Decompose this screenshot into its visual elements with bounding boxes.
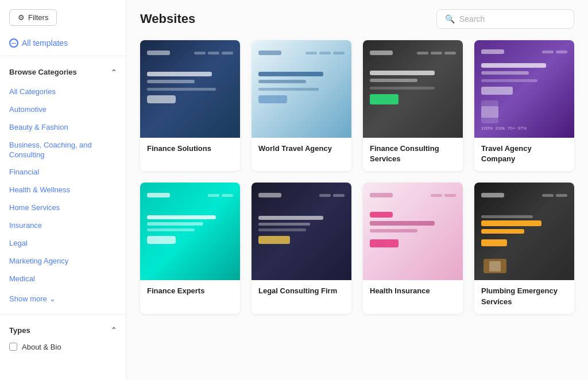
category-item-medical[interactable]: Medical [0, 270, 126, 288]
template-info-5: Finance Experts [140, 280, 240, 303]
all-templates-link[interactable]: All templates [0, 35, 126, 56]
template-info-4: Travel Agency Company [474, 138, 574, 171]
template-info-7: Health Insurance [363, 280, 463, 303]
category-item-insurance[interactable]: Insurance [0, 217, 126, 235]
template-name-6: Legal Consulting Firm [258, 286, 345, 296]
browse-categories-header[interactable]: Browse Categories ⌃ [0, 63, 126, 81]
template-card-finance-experts[interactable]: Finance Experts [140, 183, 240, 313]
template-thumb-4: 100%200k70+97% [474, 40, 574, 138]
category-item-legal[interactable]: Legal [0, 235, 126, 253]
template-card-health-insurance[interactable]: Health Insurance [363, 183, 463, 313]
template-card-world-travel[interactable]: World Travel Agency [252, 40, 351, 171]
template-card-plumbing[interactable]: Plumbing Emergency Services [474, 183, 574, 313]
template-thumb-8 [474, 183, 574, 280]
template-thumb-6 [252, 183, 351, 280]
template-name-7: Health Insurance [370, 286, 456, 296]
browse-categories-label: Browse Categories [9, 68, 77, 76]
category-item-beauty[interactable]: Beauty & Fashion [0, 119, 126, 137]
template-info-3: Finance Consulting Services [363, 138, 463, 171]
template-name-4: Travel Agency Company [481, 144, 567, 164]
category-item-business[interactable]: Business, Coaching, and Consulting [0, 137, 126, 164]
template-name-1: Finance Solutions [147, 144, 233, 154]
template-card-legal-consulting[interactable]: Legal Consulting Firm [252, 183, 351, 313]
template-card-finance-consulting[interactable]: Finance Consulting Services [363, 40, 463, 171]
template-thumb-1 [140, 40, 240, 138]
template-info-2: World Travel Agency [252, 138, 351, 161]
main-header: Websites 🔍 [140, 9, 574, 29]
search-icon: 🔍 [445, 14, 455, 24]
types-header[interactable]: Types ⌃ [0, 321, 126, 339]
show-more-button[interactable]: Show more ⌄ [0, 290, 126, 307]
template-thumb-5 [140, 183, 240, 280]
template-info-6: Legal Consulting Firm [252, 280, 351, 303]
page-title: Websites [140, 11, 195, 26]
template-grid: Finance Solutions [140, 40, 574, 314]
filters-icon: ⚙ [18, 13, 25, 22]
chevron-down-icon-sm: ⌄ [49, 294, 56, 303]
template-thumb-7 [363, 183, 463, 280]
chevron-down-icon-types: ⌃ [111, 326, 117, 334]
category-list: All Categories Automotive Beauty & Fashi… [0, 81, 126, 290]
checkbox-about-bio[interactable] [9, 343, 17, 351]
divider2 [0, 314, 126, 315]
type-about-bio[interactable]: About & Bio [0, 339, 126, 355]
template-name-3: Finance Consulting Services [370, 144, 456, 164]
divider [0, 56, 126, 56]
all-templates-label: All templates [22, 38, 68, 48]
category-item-marketing[interactable]: Marketing Agency [0, 253, 126, 270]
chevron-down-icon: ⌃ [111, 68, 117, 76]
template-card-travel-agency[interactable]: 100%200k70+97% Travel Agency Company [474, 40, 574, 171]
template-card-finance-solutions[interactable]: Finance Solutions [140, 40, 240, 171]
search-input[interactable] [459, 14, 566, 24]
sidebar: ⚙ Filters All templates Browse Categorie… [0, 0, 126, 380]
category-item-all[interactable]: All Categories [0, 83, 126, 101]
search-box: 🔍 [436, 9, 574, 29]
types-section: Types ⌃ About & Bio [0, 314, 126, 355]
template-info-8: Plumbing Emergency Services [474, 280, 574, 313]
category-item-automotive[interactable]: Automotive [0, 101, 126, 119]
template-name-2: World Travel Agency [258, 144, 345, 154]
template-name-5: Finance Experts [147, 286, 233, 296]
circle-icon [9, 38, 18, 48]
filters-button[interactable]: ⚙ Filters [9, 9, 57, 26]
main-content: Websites 🔍 [126, 0, 588, 380]
template-thumb-2 [252, 40, 351, 138]
template-name-8: Plumbing Emergency Services [481, 286, 567, 307]
category-item-financial[interactable]: Financial [0, 164, 126, 181]
template-thumb-3 [363, 40, 463, 138]
filters-label: Filters [28, 13, 48, 22]
show-more-label: Show more [9, 294, 47, 303]
category-item-home[interactable]: Home Services [0, 199, 126, 217]
types-label: Types [9, 326, 30, 335]
template-info-1: Finance Solutions [140, 138, 240, 161]
type-about-bio-label: About & Bio [22, 343, 61, 351]
app-layout: ⚙ Filters All templates Browse Categorie… [0, 0, 588, 380]
category-item-health[interactable]: Health & Wellness [0, 181, 126, 199]
